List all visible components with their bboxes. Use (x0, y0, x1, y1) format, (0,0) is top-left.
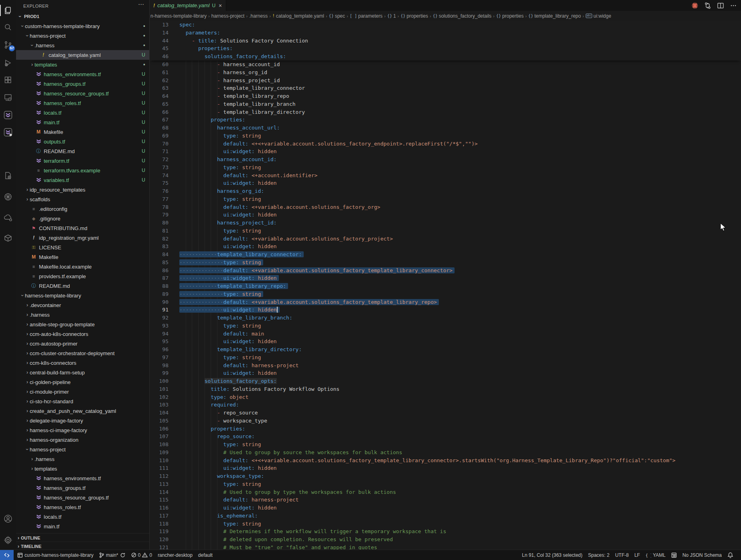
breadcrumb-item[interactable]: {}solutions_factory_details (433, 13, 491, 19)
extension-action-icon[interactable] (691, 2, 698, 9)
breadcrumb-item[interactable]: {}properties (401, 13, 428, 19)
tree-item-harness-template-library[interactable]: ›harness-template-library (16, 291, 149, 300)
code-line-109[interactable]: 109 # Used to group by source the worksp… (150, 449, 741, 457)
breadcrumb-item[interactable]: !catalog_template.yaml (272, 13, 324, 19)
tree-item-custom-harness-template-library[interactable]: ›custom-harness-template-library• (16, 21, 149, 31)
code-line-78[interactable]: 78 default: <+variable.account.solutions… (150, 203, 741, 211)
tab-close-icon[interactable]: × (219, 2, 222, 9)
tree-item-providers-tf-example[interactable]: ≡providers.tf.example (16, 271, 149, 281)
git-branch[interactable]: main* (96, 550, 128, 560)
terraform-icon[interactable] (0, 108, 16, 122)
sidebar-more-actions-icon[interactable]: ⋯ (138, 1, 144, 8)
code-line-63[interactable]: 63 - template_library_connector (150, 84, 741, 92)
code-line-119[interactable]: 119 # Determines if the workflow will tr… (150, 528, 741, 536)
tree-item-readme-md[interactable]: ⓘREADME.mdU (16, 146, 149, 156)
cloud-icon[interactable] (0, 210, 16, 224)
breadcrumb-item[interactable]: abcui:widge (586, 13, 611, 19)
remote-indicator[interactable] (0, 550, 14, 560)
tree-item-main-tf[interactable]: main.tf (16, 522, 149, 531)
schema-store[interactable] (668, 550, 680, 560)
tree-item-ci-golden-pipeline[interactable]: ›ci-golden-pipeline (16, 377, 149, 387)
code-line-88[interactable]: 88············template_library_repo: (150, 282, 741, 290)
code-line-101[interactable]: 101 title: Solutions Factory Workflow Op… (150, 385, 741, 393)
tree-item-scaffolds[interactable]: ›scaffolds (16, 194, 149, 204)
tree-item-makefile[interactable]: MMakefile (16, 252, 149, 262)
breadcrumb-item[interactable]: {}spec (329, 13, 345, 19)
workspace-name[interactable]: custom-harness-template-library (14, 550, 96, 560)
code-line-82[interactable]: 82 default: <+variable.account.solutions… (150, 235, 741, 243)
tree-item-ccm-k8s-connectors[interactable]: ›ccm-k8s-connectors (16, 358, 149, 368)
tree-item-terraform-tf[interactable]: terraform.tfU (16, 156, 149, 166)
outline-section[interactable]: › OUTLINE (16, 533, 149, 542)
code-line-75[interactable]: 75 ui:widget: hidden (150, 179, 741, 187)
eol[interactable]: LF (631, 550, 643, 560)
code-line-104[interactable]: 104 - repo_source (150, 409, 741, 417)
code-line-72[interactable]: 72 harness_account_id: (150, 156, 741, 164)
code-line-120[interactable]: 120 # deleted upon completion. Resources… (150, 536, 741, 544)
code-line-91[interactable]: 91··············ui:widget: hidden (150, 306, 741, 314)
breadcrumb-item[interactable]: {}template_library_repo (528, 13, 581, 19)
tree-item-makefile-local-example[interactable]: ≡Makefile.local.example (16, 262, 149, 271)
tree-item-locals-tf[interactable]: locals.tf (16, 512, 149, 522)
code-line-84[interactable]: 84············template_library_connector… (150, 251, 741, 259)
extensions-icon[interactable] (0, 73, 16, 87)
cursor-position[interactable]: Ln 91, Col 32 (363 selected) (519, 550, 585, 560)
encoding[interactable]: UTF-8 (612, 550, 631, 560)
code-line-89[interactable]: 89··············type: string (150, 290, 741, 298)
code-line-80[interactable]: 80 harness_project_id: (150, 219, 741, 227)
tree-item-create-and-push-new-catalog-yaml[interactable]: ›create_and_push_new_catalog_yaml (16, 406, 149, 416)
code-line-110[interactable]: 110 default: <+<+variable.account.soluti… (150, 457, 741, 465)
breadcrumb-item[interactable]: [ ]parameters (350, 13, 383, 19)
split-editor-icon[interactable] (717, 2, 724, 9)
code-line-103[interactable]: 103 required: (150, 401, 741, 409)
json-schema[interactable]: No JSON Schema (680, 550, 725, 560)
tree-item-ccm-cluster-orchestrator-deployment[interactable]: ›ccm-cluster-orchestrator-deployment (16, 348, 149, 358)
code-line-107[interactable]: 107 repo_source: (150, 433, 741, 441)
code-line-92[interactable]: 92 template_library_branch: (150, 314, 741, 322)
code-line-64[interactable]: 64 - template_library_repo (150, 92, 741, 100)
code-line-62[interactable]: 62 - harness_project_id (150, 77, 741, 85)
code-line-115[interactable]: 115 default: harness-project (150, 496, 741, 504)
tree-item-ccm-autostop-primer[interactable]: ›ccm-autostop-primer (16, 339, 149, 348)
dev-tools-icon[interactable] (0, 168, 16, 183)
compare-changes-icon[interactable] (704, 2, 711, 9)
tree-item-harness-roles-tf[interactable]: harness_roles.tf (16, 502, 149, 512)
code-line-99[interactable]: 99 ui:widget: hidden (150, 369, 741, 377)
tree-item-templates[interactable]: ›templates• (16, 60, 149, 69)
source-control-icon[interactable]: 57 (0, 38, 16, 52)
code-line-86[interactable]: 86··············default: <+variable.acco… (150, 267, 741, 275)
code-line-93[interactable]: 93 type: string (150, 322, 741, 330)
tree-item-harness-project[interactable]: ›harness-project (16, 445, 149, 454)
code-line-87[interactable]: 87··············ui:widget: hidden (150, 274, 741, 282)
code-line-85[interactable]: 85··············type: string (150, 259, 741, 267)
tree-item--editorconfig[interactable]: ≡.editorconfig (16, 204, 149, 214)
rancher-desktop[interactable]: rancher-desktop (155, 550, 195, 560)
profile[interactable]: default (195, 550, 215, 560)
tree-item--gitignore[interactable]: ◆.gitignore (16, 214, 149, 223)
tree-item-readme-md[interactable]: ⓘREADME.md (16, 281, 149, 291)
indentation[interactable]: Spaces: 2 (585, 550, 612, 560)
code-line-60[interactable]: 60 - harness_account_id (150, 61, 741, 69)
tree-item-ccm-auto-k8s-connectors[interactable]: ›ccm-auto-k8s-connectors (16, 329, 149, 339)
code-line-112[interactable]: 112 workspace_type: (150, 472, 741, 480)
code-line-65[interactable]: 65 - template_library_branch (150, 100, 741, 108)
account-icon[interactable] (0, 511, 16, 526)
code-line-102[interactable]: 102 type: object (150, 393, 741, 401)
tree-item--harness[interactable]: ›.harness (16, 454, 149, 464)
code-line-66[interactable]: 66 - template_library_directory (150, 108, 741, 116)
tree-item-terraform-tfvars-example[interactable]: ≡terraform.tfvars.exampleU (16, 166, 149, 175)
tree-item-harness-organization[interactable]: ›harness-organization (16, 435, 149, 445)
workspace-section-header[interactable]: › PROD1 (16, 12, 149, 21)
tab-catalog-template-yaml[interactable]: ! catalog_template.yaml U × (150, 0, 226, 11)
tree-item-locals-tf[interactable]: locals.tfU (16, 108, 149, 117)
tree-item-variables-tf[interactable]: variables.tfU (16, 175, 149, 185)
code-line-74[interactable]: 74 default: <+account.identifier> (150, 172, 741, 180)
code-editor[interactable]: 60 - harness_account_id61 - harness_org_… (150, 21, 741, 550)
tree-item-contributing-md[interactable]: ⚑CONTRIBUTING.md (16, 223, 149, 233)
tree-item--devcontainer[interactable]: ›.devcontainer (16, 300, 149, 310)
code-line-118[interactable]: 118 type: string (150, 520, 741, 528)
code-line-111[interactable]: 111 ui:widget: hidden (150, 464, 741, 472)
code-line-114[interactable]: 114 # Used to group by type the workspac… (150, 488, 741, 496)
code-line-76[interactable]: 76 harness_org_id: (150, 187, 741, 195)
timeline-section[interactable]: › TIMELINE (16, 542, 149, 550)
